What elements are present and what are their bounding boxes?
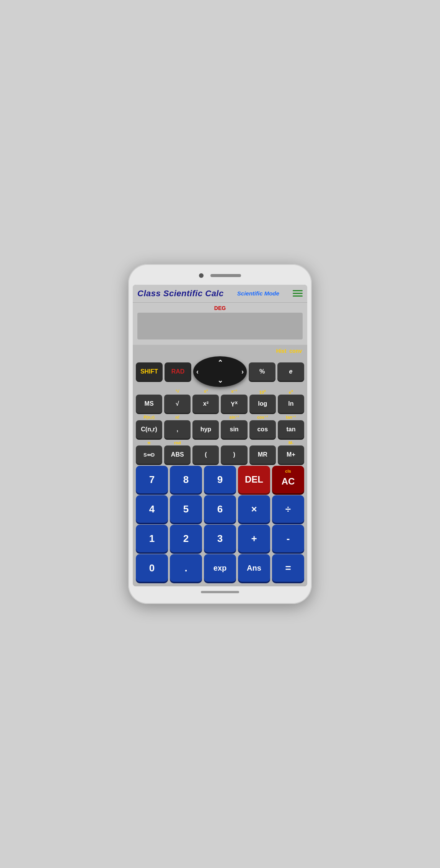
sub-button[interactable]: - [272, 525, 304, 552]
eq-button[interactable]: = [272, 554, 304, 582]
btn-3[interactable]: 3 [204, 525, 236, 552]
display-screen [137, 313, 303, 339]
row1-label-3: x⁻¹ [221, 389, 247, 395]
row1-labels: ³√ x³ x⁻¹ 10x ex [136, 389, 304, 395]
cnr-button[interactable]: C(n,r) [136, 420, 162, 439]
arrow-down-icon[interactable]: ⌄ [217, 376, 223, 385]
mplus-button[interactable]: M+ [278, 445, 304, 464]
btn-4[interactable]: 4 [136, 495, 168, 523]
row1-label-4: 10x [249, 389, 276, 395]
speaker [210, 274, 241, 277]
row2-labels: P(n,r) n! sin⁻¹ cos⁻¹ tan⁻¹ [136, 415, 304, 420]
row2-label-0: P(n,r) [136, 415, 162, 420]
cls-label: cls [285, 469, 291, 473]
row1-label-1: ³√ [164, 389, 191, 395]
add-button[interactable]: + [238, 525, 270, 552]
e-button[interactable]: e [277, 362, 304, 381]
row2-buttons: C(n,r) , hyp sin cos tan [136, 420, 304, 439]
row3-buttons: S⇔D ABS ( ) MR M+ [136, 445, 304, 464]
arrow-right-icon[interactable]: › [241, 367, 244, 375]
std-button[interactable]: S⇔D [136, 445, 162, 464]
log-button[interactable]: log [249, 395, 276, 413]
phone-frame: Class Scientific Calc Scientific Mode DE… [128, 264, 312, 604]
top-func-row: SHIFT RAD ⌃ ⌄ ‹ › % e [136, 356, 304, 387]
btn-2[interactable]: 2 [170, 525, 202, 552]
app-title: Class Scientific Calc [137, 289, 224, 299]
abs-button[interactable]: ABS [164, 445, 191, 464]
div-button[interactable]: ÷ [272, 495, 304, 523]
row2-label-1: n! [164, 415, 191, 420]
btn-5[interactable]: 5 [170, 495, 202, 523]
sqrt-button[interactable]: √ [164, 395, 191, 413]
row1-buttons: MS √ x² Yx log ln [136, 395, 304, 413]
home-indicator [201, 591, 239, 593]
camera-icon [199, 273, 204, 278]
yx-button[interactable]: Yx [221, 395, 247, 413]
row3-label-1: rnd [164, 441, 191, 445]
exp-button[interactable]: exp [204, 554, 236, 582]
app-mode: Scientific Mode [237, 290, 279, 297]
dot-button[interactable]: . [170, 554, 202, 582]
btn-8[interactable]: 8 [170, 466, 202, 493]
del-button[interactable]: DEL [238, 466, 270, 493]
row3-label-5: M- [278, 441, 304, 445]
ans-button[interactable]: Ans [238, 554, 270, 582]
phone-top [133, 272, 307, 281]
hamburger-menu[interactable] [293, 290, 303, 297]
comma-button[interactable]: , [164, 420, 191, 439]
tan-button[interactable]: tan [278, 420, 304, 439]
display-area: DEG [133, 303, 307, 345]
row2-label-5: tan⁻¹ [278, 415, 304, 420]
arrow-up-icon[interactable]: ⌃ [217, 359, 223, 367]
hyp-button[interactable]: hyp [192, 420, 219, 439]
row2-label-3: sin⁻¹ [221, 415, 247, 420]
row1-label-2: x³ [192, 389, 219, 395]
cos-button[interactable]: cos [249, 420, 276, 439]
btn-0[interactable]: 0 [136, 554, 168, 582]
btn-1[interactable]: 1 [136, 525, 168, 552]
row2-label-4: cos⁻¹ [249, 415, 276, 420]
ac-button[interactable]: cls AC [272, 466, 304, 493]
ln-button[interactable]: ln [278, 395, 304, 413]
app-header: Class Scientific Calc Scientific Mode [133, 285, 307, 303]
x2-button[interactable]: x² [192, 395, 219, 413]
screen: Class Scientific Calc Scientific Mode DE… [133, 285, 307, 587]
row3-labels: π rnd M- [136, 441, 304, 445]
row3-label-0: π [136, 441, 162, 445]
hist-label: Hist [276, 348, 286, 354]
mr-button[interactable]: MR [249, 445, 276, 464]
btn-7[interactable]: 7 [136, 466, 168, 493]
lparen-button[interactable]: ( [192, 445, 219, 464]
btn-6[interactable]: 6 [204, 495, 236, 523]
percent-button[interactable]: % [249, 362, 275, 381]
btn-9[interactable]: 9 [204, 466, 236, 493]
ms-button[interactable]: MS [136, 395, 162, 413]
rparen-button[interactable]: ) [221, 445, 247, 464]
phone-bottom [133, 591, 307, 593]
oval-nav[interactable]: ⌃ ⌄ ‹ › [193, 356, 247, 387]
mul-button[interactable]: × [238, 495, 270, 523]
arrow-left-icon[interactable]: ‹ [196, 367, 199, 375]
buttons-area: Hist conv SHIFT RAD ⌃ ⌄ ‹ › [133, 345, 307, 587]
row1-label-5: ex [278, 389, 304, 395]
deg-label: DEG [137, 305, 303, 311]
sin-button[interactable]: sin [221, 420, 247, 439]
rad-button[interactable]: RAD [165, 362, 191, 381]
shift-button[interactable]: SHIFT [136, 362, 163, 381]
conv-label: conv [289, 348, 302, 354]
